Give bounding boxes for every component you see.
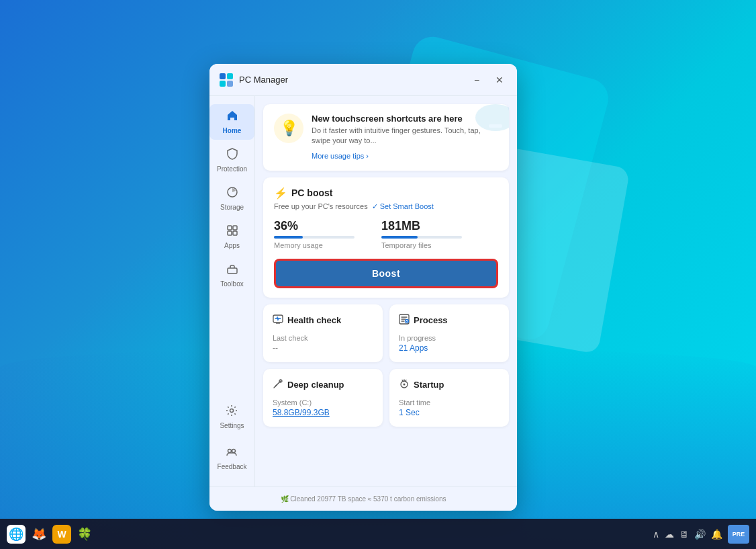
boost-title: PC boost <box>291 187 332 198</box>
tip-icon: 💡 <box>274 114 303 143</box>
taskbar: 🌐 🦊 W 🍀 ∧ ☁ 🖥 🔊 🔔 PRE <box>0 519 756 549</box>
temp-label: Temporary files <box>381 241 462 249</box>
process-card-header: Process <box>399 314 500 327</box>
memory-bar-fill <box>274 236 303 239</box>
health-card-header: Health check <box>273 314 373 327</box>
minimize-button[interactable]: − <box>469 72 485 88</box>
taskbar-pre-badge[interactable]: PRE <box>728 525 749 544</box>
svg-rect-2 <box>220 81 226 87</box>
settings-icon <box>226 405 238 420</box>
temp-value: 181MB <box>381 219 462 233</box>
tip-link[interactable]: More usage tips › <box>312 152 369 160</box>
boost-icon: ⚡ <box>274 187 287 200</box>
home-label: Home <box>223 127 242 134</box>
boost-subtitle-text: Free up your PC's resources <box>274 202 368 210</box>
process-stat-value: 21 Apps <box>399 343 500 353</box>
main-content: 💡 New touchscreen shortcuts are here Do … <box>255 96 517 487</box>
health-check-card[interactable]: Health check Last check -- <box>263 304 383 362</box>
process-title: Process <box>414 315 448 325</box>
toolbox-icon <box>226 263 238 278</box>
window-footer: 🌿 Cleaned 20977 TB space ≈ 5370 t carbon… <box>209 487 517 511</box>
settings-label: Settings <box>220 422 244 429</box>
svg-point-20 <box>404 383 406 385</box>
titlebar: PC Manager − ✕ <box>209 64 517 96</box>
process-card[interactable]: Process In progress 21 Apps <box>389 304 509 362</box>
sidebar-item-apps[interactable]: Apps <box>209 219 254 255</box>
svg-rect-14 <box>489 124 502 128</box>
feedback-icon <box>226 446 238 461</box>
svg-rect-7 <box>228 231 232 235</box>
sidebar-item-feedback[interactable]: Feedback <box>211 440 254 476</box>
svg-rect-0 <box>220 73 226 79</box>
sidebar-item-settings[interactable]: Settings <box>211 399 254 435</box>
shield-icon <box>226 148 238 163</box>
sidebar-item-toolbox[interactable]: Toolbox <box>209 257 254 293</box>
close-button[interactable]: ✕ <box>491 72 508 88</box>
boost-card: ⚡ PC boost Free up your PC's resources ✓… <box>263 177 509 298</box>
taskbar-firefox[interactable]: 🦊 <box>30 525 48 544</box>
boost-header: ⚡ PC boost <box>274 187 498 200</box>
window-controls: − ✕ <box>469 72 508 88</box>
health-title: Health check <box>287 315 341 325</box>
apps-icon <box>226 224 238 240</box>
storage-icon <box>226 186 238 202</box>
sidebar-item-protection[interactable]: Protection <box>209 142 254 178</box>
taskbar-w[interactable]: W <box>52 525 71 544</box>
svg-point-10 <box>230 409 234 413</box>
svg-rect-1 <box>227 73 233 79</box>
startup-stat-value: 1 Sec <box>399 408 500 417</box>
footer-text: 🌿 Cleaned 20977 TB space ≈ 5370 t carbon… <box>281 495 446 503</box>
memory-label: Memory usage <box>274 241 355 249</box>
taskbar-cloud[interactable]: ☁ <box>665 529 674 540</box>
deep-cleanup-icon <box>273 378 283 392</box>
process-stat-label: In progress <box>399 334 500 342</box>
sidebar-item-storage[interactable]: Storage <box>209 181 254 216</box>
pc-manager-window: PC Manager − ✕ Home <box>209 64 517 511</box>
sidebar-item-home[interactable]: Home <box>209 104 254 140</box>
taskbar-pcmanager[interactable]: 🍀 <box>75 525 94 544</box>
process-icon <box>399 314 410 327</box>
svg-rect-6 <box>233 226 237 230</box>
health-stat-value: -- <box>273 343 373 353</box>
toolbox-label: Toolbox <box>220 280 243 288</box>
svg-point-11 <box>228 450 232 453</box>
window-title: PC Manager <box>239 75 469 85</box>
startup-card[interactable]: Startup Start time 1 Sec <box>389 369 509 427</box>
startup-stat-label: Start time <box>399 398 500 407</box>
deep-cleanup-card[interactable]: Deep cleanup System (C:) 58.8GB/99.3GB <box>263 369 383 427</box>
taskbar-right: ∧ ☁ 🖥 🔊 🔔 PRE <box>653 525 749 544</box>
startup-title: Startup <box>414 380 444 390</box>
boost-subtitle: Free up your PC's resources ✓ Set Smart … <box>274 202 498 211</box>
window-body: Home Protection Storage <box>209 96 517 487</box>
taskbar-chevron[interactable]: ∧ <box>653 529 659 540</box>
svg-point-17 <box>406 319 409 323</box>
temp-bar-fill <box>381 236 418 239</box>
smart-boost-link[interactable]: ✓ Set Smart Boost <box>372 202 434 211</box>
protection-label: Protection <box>217 165 247 173</box>
storage-label: Storage <box>220 204 244 211</box>
memory-stat: 36% Memory usage <box>274 219 355 249</box>
memory-bar <box>274 236 355 239</box>
taskbar-bell[interactable]: 🔔 <box>711 529 722 540</box>
taskbar-display[interactable]: 🖥 <box>679 529 689 540</box>
boost-button[interactable]: Boost <box>274 259 498 288</box>
svg-rect-8 <box>233 231 237 235</box>
health-icon <box>273 314 283 327</box>
svg-point-12 <box>232 450 236 453</box>
deep-cleanup-stat-label: System (C:) <box>273 398 373 407</box>
sidebar-bottom: Settings Feedback <box>211 398 254 477</box>
home-icon <box>226 110 238 125</box>
svg-rect-9 <box>228 268 237 273</box>
lightbulb-icon: 💡 <box>280 120 298 137</box>
deep-cleanup-header: Deep cleanup <box>273 378 373 392</box>
taskbar-volume[interactable]: 🔊 <box>694 529 706 540</box>
deep-cleanup-stat-value: 58.8GB/99.3GB <box>273 408 373 417</box>
taskbar-left: 🌐 🦊 W 🍀 <box>7 525 94 544</box>
tip-decoration <box>469 104 509 138</box>
apps-label: Apps <box>224 242 240 249</box>
svg-rect-5 <box>228 226 232 230</box>
svg-rect-3 <box>227 81 233 87</box>
taskbar-chrome[interactable]: 🌐 <box>7 525 26 544</box>
tip-card: 💡 New touchscreen shortcuts are here Do … <box>263 104 509 171</box>
startup-icon <box>399 378 410 392</box>
